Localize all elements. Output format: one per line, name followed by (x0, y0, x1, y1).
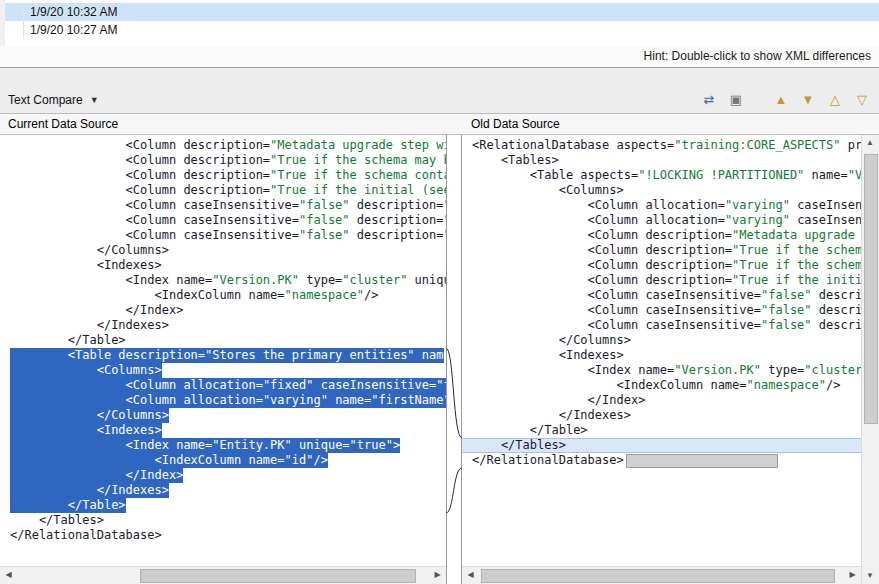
compare-mode-label: Text Compare (8, 93, 83, 107)
code-line[interactable]: </RelationalDatabase> (462, 453, 861, 468)
next-change-icon[interactable]: ▽ (853, 92, 871, 108)
code-token: "false" (761, 288, 812, 302)
code-line[interactable]: </Index> (462, 393, 861, 408)
code-line[interactable]: <Table description="Stores the primary e… (0, 348, 446, 363)
code-line[interactable]: <Index name="Version.PK" type="cluster" … (0, 273, 446, 288)
code-line[interactable]: </Columns> (0, 408, 446, 423)
history-row[interactable]: 1/9/20 10:32 AM (5, 3, 879, 21)
code-line-text: <Column description="Metadata upgrade st… (10, 138, 446, 153)
code-line[interactable]: <Column caseInsensitive="false" descript… (462, 318, 861, 333)
left-hscroll-thumb[interactable] (140, 569, 416, 583)
code-line[interactable]: <Column description="True if the schema … (462, 243, 861, 258)
code-line[interactable]: <Column allocation="fixed" caseInsensiti… (0, 378, 446, 393)
scroll-left-arrow-icon[interactable]: ◀ (0, 567, 17, 583)
code-token: "Version.PK" (212, 273, 299, 287)
code-line[interactable]: <Tables> (462, 153, 861, 168)
code-token: "Metadata upgrade step (732, 228, 861, 242)
code-line[interactable]: <Column caseInsensitive="false" descript… (462, 288, 861, 303)
code-line[interactable]: <Columns> (0, 363, 446, 378)
code-token: "Ver (848, 168, 861, 182)
code-line[interactable]: <Column description="True if the initial… (462, 273, 861, 288)
vertical-scrollbar[interactable]: ▲ ▼ (861, 135, 879, 584)
code-line[interactable]: <Indexes> (0, 423, 446, 438)
code-line[interactable]: <Table aspects="!LOCKING !PARTITIONED" n… (462, 168, 861, 183)
code-line[interactable]: </Table> (0, 333, 446, 348)
code-line[interactable]: </RelationalDatabase> (0, 528, 446, 543)
code-line-text: </Indexes> (10, 318, 169, 333)
code-line-text: </Table> (10, 498, 126, 513)
code-line[interactable]: </Table> (0, 498, 446, 513)
code-token: <Indexes> (472, 348, 624, 362)
scroll-up-arrow-icon[interactable]: ▲ (862, 135, 878, 151)
code-token: "cluster" (342, 273, 407, 287)
code-line[interactable]: <Column allocation="varying" name="first… (0, 393, 446, 408)
code-line[interactable]: <Column description="True if the schema … (0, 153, 446, 168)
scroll-right-arrow-icon[interactable]: ▶ (429, 567, 446, 583)
code-line[interactable]: <Column description="True if the schema … (462, 258, 861, 273)
code-line[interactable]: <Index name="Entity.PK" unique="true"> (0, 438, 446, 453)
code-line[interactable]: <Indexes> (0, 258, 446, 273)
code-line[interactable]: <Column caseInsensitive="false" descript… (0, 228, 446, 243)
code-token: > (393, 438, 400, 452)
code-line-text: <Table aspects="!LOCKING !PARTITIONED" n… (472, 168, 861, 183)
right-code-editor[interactable]: <RelationalDatabase aspects="training:CO… (462, 135, 861, 566)
code-token: "false" (299, 213, 350, 227)
code-line[interactable]: </Index> (0, 468, 446, 483)
xml-compare-editor: 1/9/20 10:32 AM 1/9/20 10:27 AM Hint: Do… (0, 0, 879, 584)
code-line[interactable]: </Tables> (462, 438, 861, 453)
code-line[interactable]: </Index> (0, 303, 446, 318)
left-horizontal-scrollbar[interactable]: ◀ ▶ (0, 566, 446, 584)
code-line[interactable]: <IndexColumn name="id"/> (0, 453, 446, 468)
scroll-right-arrow-icon[interactable]: ▶ (844, 567, 861, 583)
scroll-left-arrow-icon[interactable]: ◀ (462, 567, 479, 583)
code-line[interactable]: </Tables> (0, 513, 446, 528)
right-horizontal-scrollbar[interactable]: ◀ ▶ (462, 566, 861, 584)
code-line-text: <Tables> (472, 153, 559, 168)
code-line[interactable]: </Columns> (0, 243, 446, 258)
code-token: descriptio (812, 318, 861, 332)
next-difference-icon[interactable]: ▼ (799, 92, 817, 108)
code-line[interactable]: </Columns> (462, 333, 861, 348)
code-line-text: </Index> (10, 468, 183, 483)
compare-mode-dropdown[interactable]: Text Compare ▼ (8, 93, 99, 107)
code-token: "P (443, 198, 446, 212)
code-line[interactable]: </Indexes> (0, 318, 446, 333)
swap-panes-icon[interactable]: ⇄ (700, 92, 718, 108)
code-line-text: </Table> (472, 423, 588, 438)
code-token: "Stores the primary entities" (205, 348, 415, 362)
code-line[interactable]: <Columns> (462, 183, 861, 198)
code-line-text: <Column allocation="varying" name="first… (10, 393, 446, 408)
code-line[interactable]: <Column allocation="varying" caseInsensi… (462, 198, 861, 213)
code-line[interactable]: <Indexes> (462, 348, 861, 363)
code-line[interactable]: </Indexes> (0, 483, 446, 498)
code-line[interactable]: <Index name="Version.PK" type="cluster" … (462, 363, 861, 378)
code-line[interactable]: <IndexColumn name="namespace"/> (0, 288, 446, 303)
copy-all-left-to-right-icon[interactable]: ▣ (727, 92, 745, 108)
history-row[interactable]: 1/9/20 10:27 AM (5, 21, 879, 39)
code-line[interactable]: <Column caseInsensitive="false" descript… (0, 213, 446, 228)
code-token: type= (761, 363, 804, 377)
code-line[interactable]: <Column caseInsensitive="false" descript… (462, 303, 861, 318)
code-line[interactable]: <RelationalDatabase aspects="training:CO… (462, 138, 861, 153)
code-token: type= (299, 273, 342, 287)
code-line-text: <Indexes> (10, 258, 162, 273)
code-line[interactable]: </Table> (462, 423, 861, 438)
code-line[interactable]: <Column allocation="varying" caseInsensi… (462, 213, 861, 228)
code-line[interactable]: <Column description="True if the schema … (0, 168, 446, 183)
code-token: <Columns> (472, 183, 624, 197)
code-line[interactable]: <Column caseInsensitive="false" descript… (0, 198, 446, 213)
code-line[interactable]: <IndexColumn name="namespace"/> (462, 378, 861, 393)
scroll-down-arrow-icon[interactable]: ▼ (862, 568, 878, 584)
sash-divider[interactable] (0, 68, 879, 86)
code-line-text: <Column description="True if the schema … (10, 153, 446, 168)
previous-change-icon[interactable]: △ (826, 92, 844, 108)
code-line[interactable]: <Column description="Metadata upgrade st… (0, 138, 446, 153)
code-line[interactable]: </Indexes> (462, 408, 861, 423)
code-token: "false" (299, 228, 350, 242)
right-hscroll-thumb[interactable] (481, 569, 835, 583)
previous-difference-icon[interactable]: ▲ (772, 92, 790, 108)
vscroll-thumb[interactable] (864, 154, 878, 424)
code-line[interactable]: <Column description="Metadata upgrade st… (462, 228, 861, 243)
code-line[interactable]: <Column description="True if the initial… (0, 183, 446, 198)
left-code-editor[interactable]: <Column description="Metadata upgrade st… (0, 135, 446, 566)
